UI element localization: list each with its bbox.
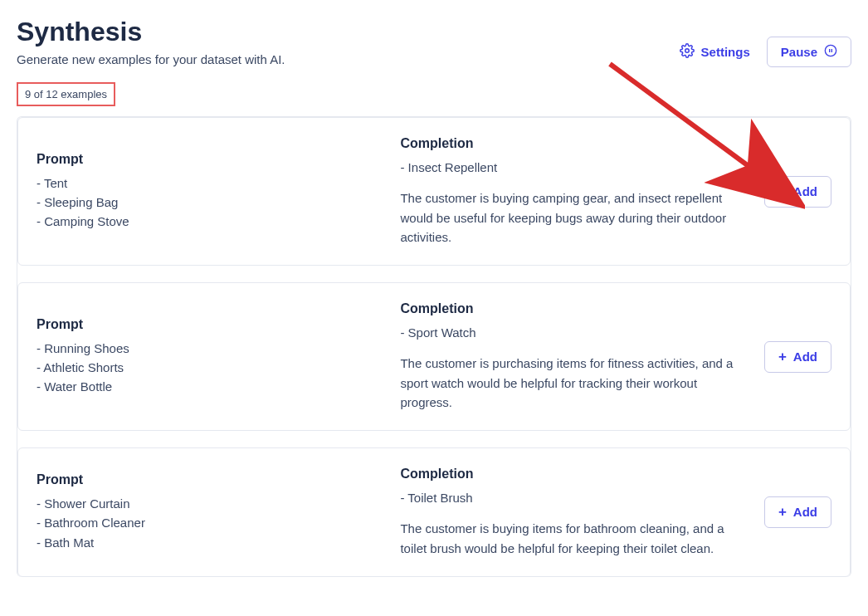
completion-heading: Completion [400,301,744,316]
pause-button[interactable]: Pause [767,37,851,67]
examples-counter: 9 of 12 examples [17,82,115,106]
prompt-heading: Prompt [37,317,380,332]
page-subtitle: Generate new examples for your dataset w… [17,52,285,66]
prompt-item: - Sleeping Bag [37,193,380,212]
add-label: Add [793,350,817,364]
prompt-heading: Prompt [37,152,380,167]
pause-icon [824,44,837,60]
svg-point-0 [685,49,689,53]
prompt-item: - Shower Curtain [37,494,380,513]
completion-heading: Completion [400,467,744,482]
prompt-heading: Prompt [37,472,380,487]
add-label: Add [793,505,817,519]
prompt-item: - Bath Mat [37,533,380,552]
completion-item: - Sport Watch [400,323,744,342]
example-card: Prompt- Running Shoes- Athletic Shorts- … [17,282,851,431]
prompt-item: - Athletic Shorts [37,358,380,377]
add-button[interactable]: +Add [764,341,831,373]
add-button[interactable]: +Add [764,176,831,208]
completion-description: The customer is purchasing items for fit… [400,354,744,412]
svg-point-1 [825,45,836,56]
add-button[interactable]: +Add [764,496,831,528]
example-card: Prompt- Tent- Sleeping Bag- Camping Stov… [17,117,851,266]
pause-label: Pause [781,45,817,59]
plus-icon: + [778,504,787,521]
prompt-item: - Camping Stove [37,212,380,231]
completion-item: - Insect Repellent [400,158,744,177]
prompt-item: - Water Bottle [37,377,380,396]
completion-description: The customer is buying camping gear, and… [400,188,744,247]
settings-label: Settings [701,45,750,59]
examples-list: Prompt- Tent- Sleeping Bag- Camping Stov… [17,116,851,577]
plus-icon: + [778,183,787,200]
add-label: Add [793,184,817,198]
gear-icon [680,43,695,61]
prompt-item: - Bathroom Cleaner [37,513,380,532]
completion-item: - Toilet Brush [400,488,744,507]
completion-heading: Completion [400,136,744,151]
prompt-item: - Running Shoes [37,339,380,358]
prompt-item: - Tent [37,174,380,193]
completion-description: The customer is buying items for bathroo… [400,519,744,558]
settings-button[interactable]: Settings [680,43,750,61]
plus-icon: + [778,349,787,365]
page-title: Synthesis [17,17,285,47]
example-card: Prompt- Shower Curtain- Bathroom Cleaner… [17,447,851,577]
